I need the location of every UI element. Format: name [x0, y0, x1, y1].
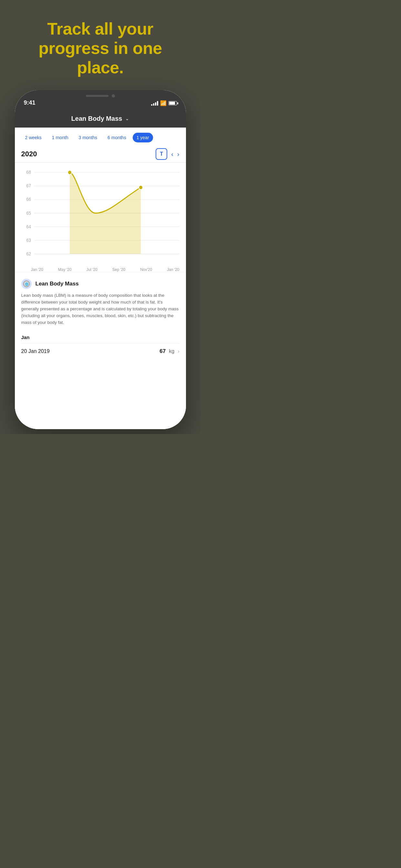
row-chevron: ›: [178, 348, 179, 354]
svg-text:65: 65: [26, 211, 31, 216]
x-label-may20: May '20: [58, 268, 72, 272]
x-label-sep20: Sep '20: [112, 268, 125, 272]
filter-1-month[interactable]: 1 month: [48, 133, 72, 143]
next-arrow[interactable]: ›: [177, 151, 180, 158]
info-section: 🌐 Lean Body Mass Lean body mass (LBM) is…: [15, 272, 186, 330]
notch-bar: [86, 95, 109, 97]
svg-text:64: 64: [26, 224, 31, 229]
phone-container: 9:41 📶 Lean Body Mass ⌄: [15, 90, 186, 429]
month-label: Jan: [21, 335, 180, 340]
svg-text:66: 66: [26, 197, 31, 202]
entry-value-container: 67 kg ›: [159, 348, 179, 354]
entry-date: 20 Jan 2019: [21, 348, 50, 354]
status-bar: 9:41 📶: [15, 90, 186, 110]
info-title: Lean Body Mass: [35, 281, 79, 287]
svg-text:🌐: 🌐: [25, 282, 28, 286]
notch-dot: [112, 94, 115, 97]
info-description: Lean body mass (LBM) is a measure of bod…: [21, 292, 180, 326]
filter-1-year[interactable]: 1 year: [133, 133, 153, 143]
nav-title: Lean Body Mass: [71, 115, 122, 122]
nav-bar: Lean Body Mass ⌄: [15, 110, 186, 128]
chart-svg: 68 67 66 65 64 63 62: [21, 166, 180, 266]
x-label-jan20-end: Jan '20: [167, 268, 179, 272]
svg-text:63: 63: [26, 238, 31, 243]
entry-unit: kg: [169, 348, 174, 354]
entry-value: 67: [159, 348, 166, 354]
year-controls: T ‹ ›: [156, 148, 179, 160]
x-label-jan20: Jan '20: [31, 268, 43, 272]
signal-icon: [151, 101, 158, 105]
hero-section: Track all your progress in one place.: [0, 0, 201, 90]
svg-text:68: 68: [26, 170, 31, 175]
phone-content: 2 weeks 1 month 3 months 6 months 1 year…: [15, 128, 186, 429]
battery-icon: [168, 101, 177, 105]
svg-text:62: 62: [26, 252, 31, 257]
nav-chevron[interactable]: ⌄: [125, 116, 129, 121]
t-button[interactable]: T: [156, 148, 167, 160]
year-header: 2020 T ‹ ›: [15, 146, 186, 163]
filter-6-months[interactable]: 6 months: [104, 133, 130, 143]
wifi-icon: 📶: [160, 100, 166, 106]
status-icons: 📶: [151, 100, 177, 106]
svg-text:67: 67: [26, 183, 31, 189]
notch: [74, 90, 126, 102]
info-icon: 🌐: [21, 279, 32, 289]
x-label-jul20: Jul '20: [86, 268, 97, 272]
t-label: T: [160, 151, 163, 157]
prev-arrow[interactable]: ‹: [171, 151, 174, 158]
filter-3-months[interactable]: 3 months: [74, 133, 101, 143]
year-label: 2020: [21, 150, 156, 158]
battery-fill: [169, 102, 175, 104]
data-row[interactable]: 20 Jan 2019 67 kg ›: [21, 343, 180, 359]
svg-point-14: [68, 170, 72, 175]
x-label-nov20: Nov'20: [140, 268, 152, 272]
chart-area: 68 67 66 65 64 63 62: [15, 163, 186, 266]
time-range-selector: 2 weeks 1 month 3 months 6 months 1 year: [15, 128, 186, 146]
phone-shell: 9:41 📶 Lean Body Mass ⌄: [15, 90, 186, 429]
svg-point-15: [139, 185, 143, 190]
data-month-section: Jan 20 Jan 2019 67 kg ›: [15, 330, 186, 361]
info-header: 🌐 Lean Body Mass: [21, 279, 180, 289]
filter-2-weeks[interactable]: 2 weeks: [21, 133, 45, 143]
hero-title: Track all your progress in one place.: [19, 20, 181, 77]
